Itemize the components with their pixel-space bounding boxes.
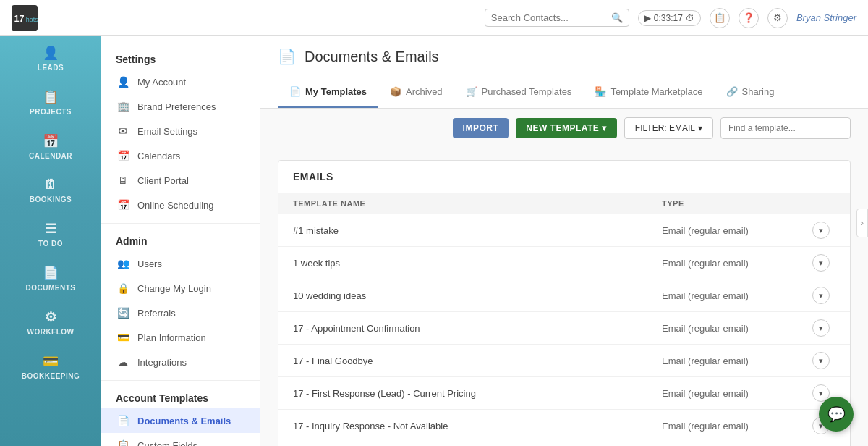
logo-icon: 17 hats (12, 5, 38, 31)
import-button[interactable]: IMPORT (453, 118, 509, 138)
sidebar-label-calendar: CALENDAR (29, 152, 72, 160)
row-name-2: 10 wedding ideas (293, 290, 662, 301)
settings-item-client-portal[interactable]: 🖥 Client Portal (101, 168, 260, 193)
row-dropdown-3[interactable]: ▾ (812, 319, 830, 337)
sidebar-label-todo: TO DO (38, 240, 63, 248)
row-dropdown-1[interactable]: ▾ (812, 254, 830, 272)
sidebar-item-documents[interactable]: 📄 DOCUMENTS (0, 256, 101, 300)
table-row: 17 - First Response (Lead) - Current Pri… (278, 377, 850, 410)
row-type-3: Email (regular email) (662, 323, 807, 334)
referrals-icon: 🔄 (116, 306, 130, 320)
settings-icon[interactable]: ⚙ (767, 8, 788, 28)
table-section-title: EMAILS (278, 161, 850, 193)
sidebar-item-leads[interactable]: 👤 LEADS (0, 36, 101, 80)
search-box[interactable]: 🔍 (485, 9, 629, 27)
settings-item-documents-emails[interactable]: 📄 Documents & Emails (101, 408, 260, 433)
help-icon[interactable]: ❓ (739, 8, 759, 28)
table-card: EMAILS TEMPLATE NAME TYPE #1 mistake Ema… (278, 160, 851, 446)
filter-arrow-icon: ▾ (698, 123, 702, 133)
leads-icon: 👤 (43, 45, 59, 61)
sidebar-item-todo[interactable]: ☰ TO DO (0, 212, 101, 256)
admin-title: Admin (101, 230, 260, 251)
online-scheduling-icon: 📅 (116, 198, 130, 212)
user-name[interactable]: Bryan Stringer (796, 12, 856, 23)
sharing-icon: 🔗 (726, 86, 738, 97)
settings-item-integrations[interactable]: ☁ Integrations (101, 350, 260, 374)
bookkeeping-icon: 💳 (43, 353, 59, 369)
settings-item-my-account[interactable]: 👤 My Account (101, 70, 260, 94)
new-template-button[interactable]: NEW TEMPLATE ▾ (516, 118, 617, 138)
settings-item-calendars[interactable]: 📅 Calendars (101, 143, 260, 168)
table-row: #1 mistake Email (regular email) ▾ (278, 214, 850, 247)
row-action-2: ▾ (807, 287, 835, 304)
settings-label-calendars: Calendars (137, 151, 180, 161)
timer-badge[interactable]: ▶ 0:33:17 ⏱ (638, 10, 701, 26)
sidebar-item-projects[interactable]: 📋 PROJECTS (0, 80, 101, 125)
account-templates-title: Account Templates (101, 387, 260, 408)
settings-item-plan-information[interactable]: 💳 Plan Information (101, 325, 260, 350)
row-dropdown-0[interactable]: ▾ (812, 222, 830, 239)
tab-marketplace-label: Template Marketplace (610, 86, 702, 97)
settings-item-referrals[interactable]: 🔄 Referrals (101, 300, 260, 325)
settings-label-my-account: My Account (137, 77, 186, 88)
tab-my-templates-label: My Templates (305, 86, 367, 97)
col-header-name: TEMPLATE NAME (293, 199, 662, 208)
row-dropdown-2[interactable]: ▾ (812, 287, 830, 304)
table-row: 17 - Lead Follow Up #1 Email (regular em… (278, 442, 850, 446)
filter-button[interactable]: FILTER: EMAIL ▾ (624, 117, 713, 139)
row-name-0: #1 mistake (293, 225, 662, 236)
settings-label-custom-fields: Custom Fields (137, 440, 197, 447)
template-search-input[interactable] (720, 117, 851, 139)
tab-sharing[interactable]: 🔗 Sharing (715, 77, 786, 108)
settings-item-change-my-login[interactable]: 🔒 Change My Login (101, 276, 260, 300)
collapse-panel-button[interactable]: › (856, 209, 868, 237)
page-header: 📄 Documents & Emails (260, 36, 868, 77)
tab-archived[interactable]: 📦 Archived (378, 77, 454, 108)
row-action-4: ▾ (807, 352, 835, 369)
settings-label-client-portal: Client Portal (137, 175, 189, 186)
row-name-1: 1 week tips (293, 258, 662, 269)
sidebar-item-bookkeeping[interactable]: 💳 BOOKKEEPING (0, 345, 101, 389)
row-type-4: Email (regular email) (662, 355, 807, 366)
row-type-1: Email (regular email) (662, 258, 807, 269)
sidebar-label-workflow: WORKFLOW (27, 328, 74, 336)
row-type-2: Email (regular email) (662, 290, 807, 301)
row-dropdown-4[interactable]: ▾ (812, 352, 830, 369)
sidebar-label-bookkeeping: BOOKKEEPING (22, 372, 80, 380)
settings-label-brand-preferences: Brand Preferences (137, 101, 216, 112)
page-title: Documents & Emails (305, 49, 439, 65)
settings-item-email-settings[interactable]: ✉ Email Settings (101, 119, 260, 143)
logo[interactable]: 17 hats (12, 5, 38, 31)
email-settings-icon: ✉ (116, 124, 130, 138)
table-row: 17 - Inquiry Response - Not Available Em… (278, 410, 850, 442)
copy-icon[interactable]: 📋 (710, 8, 730, 28)
row-name-5: 17 - First Response (Lead) - Current Pri… (293, 388, 662, 399)
chat-bubble-button[interactable]: 💬 (819, 397, 854, 432)
row-name-6: 17 - Inquiry Response - Not Available (293, 421, 662, 432)
my-account-icon: 👤 (116, 75, 130, 89)
tab-template-marketplace[interactable]: 🏪 Template Marketplace (583, 77, 714, 108)
client-portal-icon: 🖥 (116, 173, 130, 188)
svg-text:hats: hats (26, 16, 38, 23)
settings-item-online-scheduling[interactable]: 📅 Online Scheduling (101, 193, 260, 217)
settings-item-custom-fields[interactable]: 📋 Custom Fields (101, 433, 260, 446)
admin-divider (101, 223, 260, 224)
settings-label-integrations: Integrations (137, 357, 187, 368)
settings-item-users[interactable]: 👥 Users (101, 251, 260, 276)
sidebar-item-calendar[interactable]: 📅 CALENDAR (0, 125, 101, 169)
search-input[interactable] (491, 12, 607, 23)
layout: 👤 LEADS 📋 PROJECTS 📅 CALENDAR 🗓 BOOKINGS… (0, 36, 868, 446)
settings-label-online-scheduling: Online Scheduling (137, 200, 214, 211)
sidebar-settings: Settings 👤 My Account 🏢 Brand Preference… (101, 36, 260, 446)
clock-icon: ⏱ (686, 13, 694, 23)
tabs-bar: 📄 My Templates 📦 Archived 🛒 Purchased Te… (260, 77, 868, 109)
main-content: 📄 Documents & Emails 📄 My Templates 📦 Ar… (260, 36, 868, 446)
tab-purchased-templates[interactable]: 🛒 Purchased Templates (454, 77, 584, 108)
sidebar-label-leads: LEADS (38, 64, 64, 72)
sidebar-item-bookings[interactable]: 🗓 BOOKINGS (0, 169, 101, 212)
settings-item-brand-preferences[interactable]: 🏢 Brand Preferences (101, 94, 260, 119)
change-login-icon: 🔒 (116, 281, 130, 295)
tab-my-templates[interactable]: 📄 My Templates (278, 77, 378, 108)
row-action-3: ▾ (807, 319, 835, 337)
sidebar-item-workflow[interactable]: ⚙ WORKFLOW (0, 300, 101, 345)
